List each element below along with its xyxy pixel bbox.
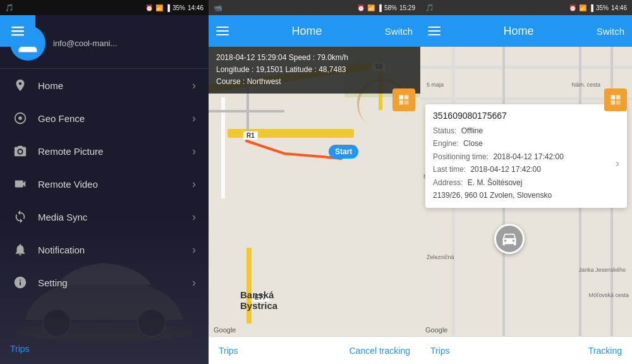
sidebar-item-notification[interactable]: Notification › — [0, 233, 209, 266]
trips-button-3[interactable]: Trips — [430, 346, 450, 356]
start-marker: Start — [329, 145, 358, 159]
geofence-label: Geo Fence — [38, 113, 182, 124]
sidebar-item-geofence[interactable]: Geo Fence › — [0, 102, 209, 135]
notification-chevron: › — [192, 243, 196, 257]
vehicle-info-details: Status: Offline Engine: Close Positionin… — [433, 124, 564, 202]
svg-rect-14 — [611, 100, 616, 105]
time-display: 14:46 — [188, 4, 204, 11]
geofence-icon — [13, 111, 28, 126]
sidebar-item-remote-video[interactable]: Remote Video › — [0, 167, 209, 200]
bottom-bar-3: Trips Tracking — [420, 336, 632, 364]
trips-button-2[interactable]: Trips — [219, 346, 238, 356]
svg-rect-11 — [404, 100, 409, 105]
signal-icon-3: ▐ — [589, 4, 593, 11]
sidebar-item-home[interactable]: Home › — [0, 69, 209, 102]
notification-label: Notification — [38, 245, 182, 255]
vehicle-device-id: 351609080175667 — [433, 111, 619, 121]
status-icons-2: ⏰ 📶 ▐ 58% 15:29 — [357, 4, 415, 11]
google-label-3: Google — [425, 326, 447, 334]
remote-picture-chevron: › — [192, 145, 196, 158]
street-label-2: Nám. cesta — [571, 82, 600, 88]
sidebar-item-media-sync[interactable]: Media Sync › — [0, 200, 209, 233]
video-icon — [13, 176, 28, 191]
bottom-bar-2: Trips Cancel tracking — [209, 336, 420, 364]
status-left-3: 🎵 — [425, 4, 434, 12]
battery-text-2: 58% — [384, 4, 397, 11]
app-bar-title-3: Home — [441, 25, 597, 38]
vehicle-detail-chevron[interactable]: › — [616, 157, 619, 170]
alarm-icon-3: ⏰ — [569, 4, 576, 11]
car-marker — [494, 224, 525, 254]
positioning-row: Positioning time: 2018-04-12 17:42:00 — [433, 150, 564, 163]
status-bar-3: 🎵 ⏰ 📶 ▐ 35% 14:46 — [420, 0, 632, 15]
status-row: Status: Offline — [433, 124, 564, 137]
trip-info-line2: Longitude : 19,1501 Latitude : 48,7483 — [216, 64, 413, 76]
home-label: Home — [38, 80, 182, 91]
svg-point-0 — [16, 323, 193, 342]
status-left-icon: 🎵 — [5, 4, 14, 12]
address-row: Address: E. M. Šoltésovej2139/26, 960 01… — [433, 176, 564, 202]
remote-video-label: Remote Video — [38, 179, 182, 190]
home-icon — [13, 78, 28, 93]
menu-icon — [10, 23, 25, 39]
lasttime-row: Last time: 2018-04-12 17:42:00 — [433, 163, 564, 176]
street-label-4: Janka Jesenského — [578, 267, 626, 273]
cancel-tracking-button[interactable]: Cancel tracking — [349, 346, 411, 356]
media-sync-label: Media Sync — [38, 212, 182, 222]
vehicle-info-row: Status: Offline Engine: Close Positionin… — [433, 124, 619, 202]
time-display-2: 15:29 — [399, 4, 415, 11]
battery-text: 35% — [173, 4, 185, 11]
wifi-icon: 📶 — [155, 4, 163, 11]
svg-rect-4 — [11, 30, 24, 32]
layer-button-2[interactable] — [392, 88, 415, 111]
trip-info-line3: Course : Northwest — [216, 76, 413, 88]
status-bar-1: 🎵 ⏰ 📶 ▐ 35% 14:46 — [0, 0, 209, 15]
svg-rect-12 — [611, 95, 616, 100]
panel-map-trip: 📹 ⏰ 📶 ▐ 58% 15:29 Home Switch 2018-04-12… — [209, 0, 420, 364]
svg-rect-9 — [404, 95, 409, 100]
hamburger-button-3[interactable] — [428, 27, 441, 35]
switch-button-2[interactable]: Switch — [385, 26, 413, 37]
signal-icon-2: ▐ — [377, 4, 382, 11]
remote-video-chevron: › — [192, 178, 196, 191]
switch-button-3[interactable]: Switch — [597, 26, 624, 37]
engine-row: Engine: Close — [433, 137, 564, 150]
app-bar-title-2: Home — [229, 25, 385, 38]
svg-rect-8 — [399, 95, 404, 100]
battery-text-3: 35% — [596, 4, 609, 11]
svg-rect-5 — [11, 34, 24, 36]
app-bar-3: Home Switch — [420, 15, 632, 47]
setting-label: Setting — [38, 277, 182, 288]
setting-icon — [13, 275, 28, 290]
svg-rect-10 — [399, 100, 404, 105]
home-chevron: › — [192, 79, 196, 92]
status-icons: ⏰ 📶 ▐ 35% 14:46 — [145, 4, 204, 11]
vehicle-info-popup: 351609080175667 Status: Offline Engine: … — [425, 104, 627, 208]
hamburger-button-2[interactable] — [216, 27, 229, 35]
status-left-2: 📹 — [214, 4, 222, 12]
svg-point-2 — [138, 309, 166, 337]
time-display-3: 14:46 — [611, 4, 627, 11]
svg-point-7 — [18, 116, 22, 120]
sidebar-item-setting[interactable]: Setting › — [0, 266, 209, 299]
sync-icon — [13, 209, 28, 224]
camera-icon — [13, 143, 28, 159]
svg-point-1 — [43, 309, 71, 337]
notification-icon — [13, 242, 28, 257]
status-icons-3: ⏰ 📶 ▐ 35% 14:46 — [569, 4, 627, 11]
alarm-icon: ⏰ — [145, 4, 153, 11]
remote-picture-label: Remote Picture — [38, 146, 182, 157]
layer-button-3[interactable] — [604, 88, 627, 111]
panel-sidebar: 🎵 ⏰ 📶 ▐ 35% 14:46 info@cool-mani... — [0, 0, 209, 364]
trips-label-1[interactable]: Trips — [10, 344, 30, 354]
svg-rect-3 — [11, 27, 24, 28]
tracking-button[interactable]: Tracking — [588, 346, 622, 356]
tabs-bar[interactable] — [0, 15, 35, 47]
signal-icon: ▐ — [166, 4, 170, 11]
status-bar-2: 📹 ⏰ 📶 ▐ 58% 15:29 — [209, 0, 420, 15]
svg-rect-13 — [616, 95, 621, 100]
media-sync-chevron: › — [192, 210, 196, 224]
svg-rect-15 — [616, 100, 621, 105]
sidebar-item-remote-picture[interactable]: Remote Picture › — [0, 135, 209, 167]
google-label-2: Google — [214, 326, 236, 334]
